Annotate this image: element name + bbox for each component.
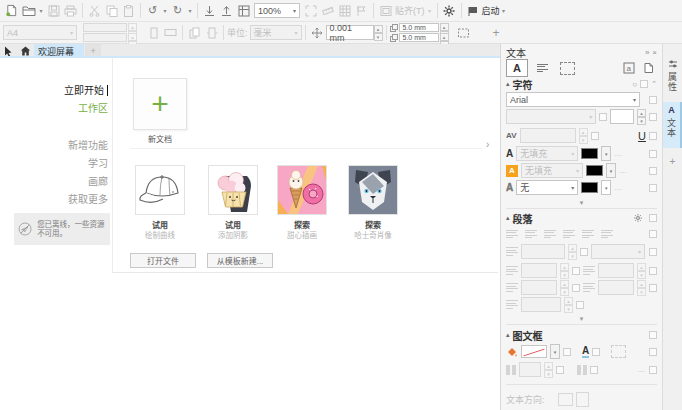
underline-button[interactable]: U (638, 130, 646, 142)
character-mode-tab[interactable]: A (506, 59, 528, 77)
rulers-icon[interactable] (319, 2, 336, 19)
line-spacing-field[interactable] (521, 244, 565, 259)
checkbox[interactable] (649, 132, 657, 140)
font-size-field[interactable] (610, 109, 634, 124)
background-fill-combo[interactable]: 无填充 ▾ (521, 163, 583, 178)
background-color-caret[interactable]: ▾ (606, 163, 616, 178)
checkbox[interactable] (649, 150, 657, 158)
special-characters-icon[interactable]: a (620, 60, 637, 77)
first-line-indent-spinner[interactable]: ▴▾ (637, 263, 646, 278)
launch-dropdown-caret[interactable]: ▾ (500, 7, 508, 14)
font-size-spinner[interactable]: ▴▾ (637, 109, 646, 124)
align-none-icon[interactable] (506, 230, 518, 239)
full-screen-preview-icon[interactable] (302, 2, 319, 19)
paragraph-mode-tab[interactable] (531, 59, 553, 77)
redo-dropdown-caret[interactable]: ▾ (186, 7, 194, 14)
fill-color-caret[interactable]: ▾ (601, 146, 611, 161)
font-style-combo[interactable]: ▾ (506, 109, 596, 124)
landscape-orientation-icon[interactable] (162, 24, 179, 41)
chevron-up-icon[interactable]: ⌃ (651, 80, 657, 88)
align-center-icon[interactable] (544, 230, 556, 239)
collapse-section-icon[interactable]: ▴ (506, 214, 510, 222)
expand-character-section[interactable]: ▾ (501, 199, 662, 207)
vertical-direction-icon[interactable] (576, 392, 589, 407)
background-settings-button[interactable]: … (619, 166, 628, 175)
units-combo[interactable]: 毫米 ▾ (250, 25, 302, 40)
before-paragraph-field[interactable] (521, 263, 557, 278)
align-right-icon[interactable] (563, 230, 575, 239)
chevron-down-icon[interactable]: ▾ (290, 7, 296, 14)
checkbox[interactable] (563, 348, 571, 356)
checkbox[interactable] (599, 113, 607, 121)
page-height-field[interactable] (83, 33, 127, 42)
checkbox[interactable] (649, 96, 657, 104)
before-paragraph-spinner[interactable]: ▴▾ (560, 263, 569, 278)
kerning-spinner[interactable]: ▴▾ (579, 128, 588, 143)
spacing-units-combo[interactable]: ▾ (591, 244, 645, 259)
page-width-field[interactable] (83, 23, 127, 32)
checkbox[interactable] (649, 284, 657, 292)
checkbox[interactable] (592, 348, 600, 356)
nudge-distance-field[interactable]: 0.001 mm (326, 25, 374, 40)
fill-settings-button[interactable]: … (614, 149, 623, 158)
duplicate-y-field[interactable]: 5.0 mm (399, 33, 439, 42)
add-docker-button[interactable]: + (663, 156, 682, 167)
docker-tab-text[interactable]: A 文本 (663, 102, 682, 148)
export-icon[interactable] (218, 2, 235, 19)
outline-color-caret[interactable]: ▾ (601, 180, 611, 195)
open-dropdown-caret[interactable]: ▾ (37, 7, 45, 14)
outline-settings-button[interactable]: … (614, 183, 623, 192)
expand-paragraph-section[interactable]: ▾ (501, 315, 662, 323)
options-gear-icon[interactable] (441, 2, 458, 19)
nav-item-learn[interactable]: 学习 (20, 155, 108, 170)
close-docker-icon[interactable]: × (652, 48, 657, 57)
right-indent-field[interactable] (521, 297, 561, 312)
nav-item-whats-new[interactable]: 新增功能 (20, 137, 108, 152)
duplicate-y-spinner[interactable]: ▴▾ (440, 33, 449, 42)
open-folder-icon[interactable] (20, 2, 37, 19)
open-file-button[interactable]: 打开文件 (130, 253, 196, 268)
checkbox[interactable] (640, 80, 648, 88)
fill-color-swatch[interactable] (581, 148, 598, 159)
horizontal-direction-icon[interactable] (558, 393, 573, 406)
collapse-section-icon[interactable]: ▴ (506, 331, 510, 339)
align-to-baseline-icon[interactable]: A (582, 345, 589, 358)
line-spacing-spinner[interactable]: ▴▾ (568, 244, 577, 259)
new-document-card[interactable]: + (133, 78, 187, 130)
checkbox[interactable] (649, 230, 657, 238)
collapse-docker-icon[interactable]: » (645, 48, 649, 57)
left-indent-spinner[interactable]: ▴▾ (637, 280, 646, 295)
docker-tab-properties[interactable]: 属性 (663, 56, 682, 103)
align-justify-icon[interactable] (582, 230, 594, 239)
checkbox[interactable] (649, 248, 657, 256)
frame-fill-none-swatch[interactable] (521, 345, 547, 358)
paragraph-settings-gear-icon[interactable] (629, 210, 646, 227)
customize-plus-icon[interactable]: + (488, 24, 505, 41)
checkbox[interactable] (649, 214, 657, 222)
launch-button[interactable]: 启动 (482, 4, 500, 17)
section-options-icon[interactable]: ○ (632, 80, 637, 89)
edit-text-icon[interactable] (640, 60, 657, 77)
checkbox[interactable] (572, 267, 580, 275)
launch-flag-icon[interactable] (465, 2, 482, 19)
grid-icon[interactable] (336, 2, 353, 19)
after-paragraph-field[interactable] (521, 280, 557, 295)
align-left-icon[interactable] (525, 230, 537, 239)
fill-type-combo[interactable]: 无填充 ▾ (516, 146, 578, 161)
preview-mode-icon[interactable] (377, 2, 394, 19)
undo-dropdown-caret[interactable]: ▾ (161, 7, 169, 14)
portrait-orientation-icon[interactable] (145, 24, 162, 41)
checkbox[interactable] (649, 331, 657, 339)
checkbox[interactable] (572, 284, 580, 292)
sample-card-cupcake[interactable] (208, 165, 258, 215)
page-height-spinner[interactable]: ▴▾ (128, 33, 137, 42)
page-size-combo[interactable]: A4 ▾ (3, 25, 77, 40)
treat-as-filled-icon[interactable] (455, 24, 472, 41)
left-indent-field[interactable] (598, 280, 634, 295)
checkbox[interactable] (576, 301, 584, 309)
new-document-icon[interactable] (3, 2, 20, 19)
duplicate-x-field[interactable]: 5.0 mm (399, 23, 439, 32)
copy-icon[interactable] (103, 2, 120, 19)
font-family-combo[interactable]: Arial ▾ (506, 92, 640, 107)
background-color-swatch[interactable] (586, 165, 603, 176)
